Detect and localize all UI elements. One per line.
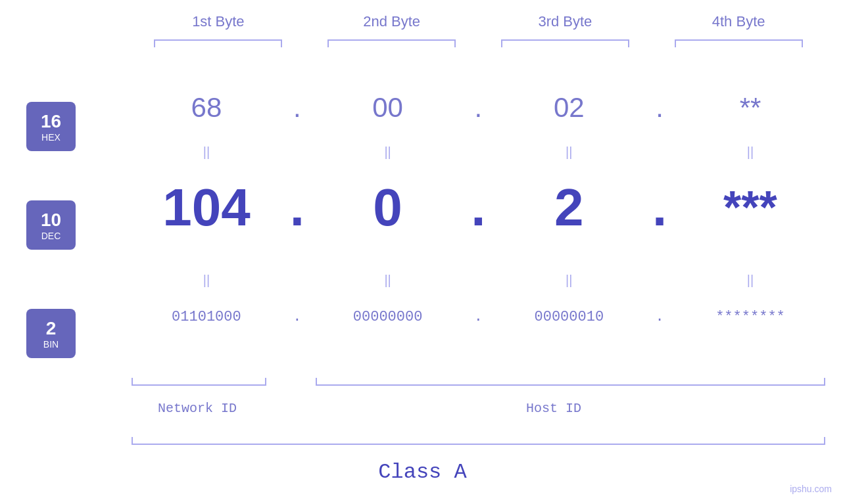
watermark: ipshu.com xyxy=(790,484,832,494)
bin-byte3: 00000010 xyxy=(496,309,641,325)
byte2-header: 2nd Byte xyxy=(316,13,468,30)
hex-byte3: 02 xyxy=(496,92,641,124)
dec-byte2: 0 xyxy=(316,177,460,238)
equals-row-2: || || || || xyxy=(132,273,825,288)
bracket-byte2 xyxy=(327,39,456,47)
bracket-byte3 xyxy=(501,39,629,47)
dec-row: 104 . 0 . 2 . *** xyxy=(132,177,825,238)
bin-dot3: . xyxy=(646,309,673,325)
host-id-label: Host ID xyxy=(526,401,581,416)
bin-byte2: 00000000 xyxy=(316,309,460,325)
byte3-header: 3rd Byte xyxy=(489,13,640,30)
class-a-label: Class A xyxy=(0,460,845,484)
hex-byte1: 68 xyxy=(134,92,279,124)
bin-badge-number: 2 xyxy=(46,318,57,339)
hex-byte2: 00 xyxy=(316,92,460,124)
hex-row: 68 . 00 . 02 . ** xyxy=(132,92,825,124)
hex-dot2: . xyxy=(465,92,491,124)
bin-dot1: . xyxy=(284,309,310,325)
hex-byte4: ** xyxy=(678,92,823,124)
dec-badge-label: DEC xyxy=(41,231,61,241)
eq1-b3: || xyxy=(496,145,641,160)
byte1-header: 1st Byte xyxy=(143,13,294,30)
hex-dot3: . xyxy=(646,92,673,124)
eq2-b1: || xyxy=(134,273,279,288)
bracket-byte1 xyxy=(154,39,282,47)
eq2-b3: || xyxy=(496,273,641,288)
equals-row-1: || || || || xyxy=(132,145,825,160)
bin-badge-label: BIN xyxy=(43,339,59,350)
bin-byte4: ******** xyxy=(678,309,823,325)
bin-byte1: 01101000 xyxy=(134,309,279,325)
dec-badge: 10 DEC xyxy=(26,200,76,250)
bin-badge: 2 BIN xyxy=(26,309,76,358)
host-id-bracket xyxy=(316,378,825,386)
top-bracket-lines xyxy=(132,39,825,47)
dec-badge-number: 10 xyxy=(41,210,61,231)
eq1-b1: || xyxy=(134,145,279,160)
dec-dot3: . xyxy=(646,177,673,238)
network-id-label: Network ID xyxy=(158,401,237,416)
bin-dot2: . xyxy=(465,309,491,325)
network-id-bracket xyxy=(132,378,266,386)
main-layout: 1st Byte 2nd Byte 3rd Byte 4th Byte 16 H… xyxy=(0,0,845,504)
hex-badge-number: 16 xyxy=(41,111,61,132)
hex-badge: 16 HEX xyxy=(26,102,76,151)
hex-dot1: . xyxy=(284,92,310,124)
dec-byte3: 2 xyxy=(496,177,641,238)
dec-dot2: . xyxy=(465,177,491,238)
dec-byte4: *** xyxy=(678,181,823,234)
eq1-b4: || xyxy=(678,145,823,160)
eq2-b4: || xyxy=(678,273,823,288)
eq1-b2: || xyxy=(316,145,460,160)
dec-dot1: . xyxy=(284,177,310,238)
bin-row: 01101000 . 00000000 . 00000010 . *******… xyxy=(132,309,825,325)
dec-byte1: 104 xyxy=(134,177,279,238)
class-a-bracket xyxy=(132,437,825,445)
byte4-header: 4th Byte xyxy=(663,13,814,30)
hex-badge-label: HEX xyxy=(41,132,60,143)
eq2-b2: || xyxy=(316,273,460,288)
byte-headers: 1st Byte 2nd Byte 3rd Byte 4th Byte xyxy=(132,13,825,30)
bracket-byte4 xyxy=(675,39,803,47)
